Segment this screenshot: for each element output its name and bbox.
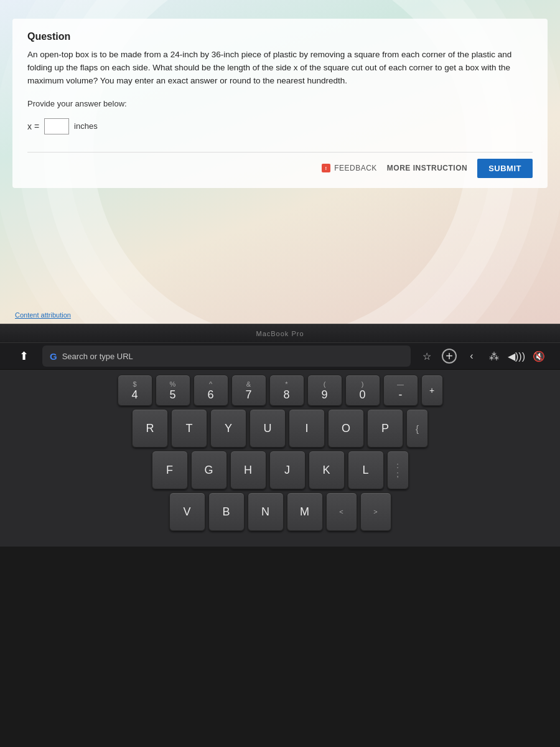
key-u-label: U [264,422,272,435]
key-b[interactable]: B [208,492,245,531]
tb-plus-button[interactable]: + [438,345,460,367]
key-0-letter: 0 [359,389,365,400]
key-b-label: B [222,505,230,519]
key-j[interactable]: J [269,451,306,489]
mute-icon: 🔇 [533,350,545,362]
key-less-than[interactable]: < [326,492,357,531]
question-title: Question [27,31,533,42]
key-8[interactable]: * 8 [269,375,304,406]
tb-back-button[interactable]: ⬆ [10,345,37,367]
key-minus-symbol: — [397,381,404,388]
key-plus-symbol: + [429,385,434,395]
key-gt-symbol: > [373,509,377,515]
key-greater-than[interactable]: > [360,492,391,531]
answer-input[interactable] [44,118,69,134]
key-y-label: Y [225,422,232,435]
key-o[interactable]: O [328,409,364,448]
key-open-bracket[interactable]: { [406,409,428,448]
key-k[interactable]: K [309,451,345,489]
key-r[interactable]: R [132,409,168,448]
key-o-label: O [342,422,350,435]
key-p-label: P [381,422,389,435]
feedback-icon: ! [322,164,330,172]
volume-icon: ◀))) [508,350,525,362]
key-f[interactable]: F [152,451,188,489]
key-m[interactable]: M [287,492,323,531]
key-h-label: H [244,464,252,477]
key-j-label: J [284,464,290,477]
key-4-symbol: $ [133,381,136,388]
key-g[interactable]: G [191,451,227,489]
key-4[interactable]: $ 4 [118,375,152,406]
submit-button[interactable]: SUBMIT [477,159,533,178]
content-attribution[interactable]: Content attribution [15,311,71,319]
feedback-button[interactable]: ! FEEDBACK [322,164,377,172]
key-f-label: F [166,464,173,477]
key-n-label: N [261,505,269,519]
zxcv-row: V B N M < > [6,492,554,531]
google-g-icon: G [50,351,57,362]
key-i[interactable]: I [289,409,325,448]
tb-mute-button[interactable]: 🔇 [528,345,550,367]
key-l-label: L [362,464,368,477]
key-minus[interactable]: — - [383,375,418,406]
key-0-symbol: ) [362,381,364,388]
key-colon[interactable]: : ; [387,451,409,489]
key-lt-symbol: < [339,509,343,515]
key-k-label: K [322,464,330,477]
key-8-symbol: * [285,381,287,388]
key-9-letter: 9 [321,389,327,400]
key-h[interactable]: H [230,451,266,489]
key-5-letter: 5 [169,389,175,400]
key-m-label: M [300,505,309,519]
key-v-label: V [183,505,190,519]
key-6[interactable]: ^ 6 [194,375,228,406]
plus-icon: + [442,349,457,364]
star-icon: ☆ [422,350,431,362]
key-7-symbol: & [246,381,251,388]
tb-back-nav-button[interactable]: ‹ [460,345,483,367]
variable-label: x = [27,121,39,131]
key-y[interactable]: Y [210,409,246,448]
key-v[interactable]: V [169,492,205,531]
key-7-letter: 7 [245,389,251,400]
unit-label: inches [74,121,98,131]
touch-bar: ⬆ G Search or type URL ☆ + ‹ ⁂ ◀))) 🔇 [0,342,560,370]
key-bracket-symbol: { [416,424,419,433]
macbook-bezel: MacBook Pro [0,324,560,342]
key-r-label: R [146,422,154,435]
key-p[interactable]: P [367,409,403,448]
key-u[interactable]: U [250,409,286,448]
submit-label: SUBMIT [488,164,521,173]
key-8-letter: 8 [283,389,289,400]
key-t[interactable]: T [171,409,207,448]
screen-area: Question An open-top box is to be made f… [0,0,560,324]
key-plus[interactable]: + [421,375,443,406]
svg-text:!: ! [325,166,327,171]
question-body: An open-top box is to be made from a 24-… [27,49,533,88]
key-i-label: I [305,422,308,435]
key-7[interactable]: & 7 [231,375,266,406]
key-minus-letter: - [399,389,403,400]
key-l[interactable]: L [348,451,384,489]
key-n[interactable]: N [248,492,284,531]
key-t-label: T [186,422,193,435]
tb-volume-button[interactable]: ◀))) [505,345,528,367]
key-5[interactable]: % 5 [156,375,190,406]
gear-icon: ⁂ [489,350,499,362]
tb-settings-button[interactable]: ⁂ [483,345,505,367]
key-9[interactable]: ( 9 [307,375,342,406]
key-9-symbol: ( [324,381,326,388]
bottom-bar: ! FEEDBACK MORE INSTRUCTION SUBMIT [27,152,533,178]
share-icon: ⬆ [19,349,29,363]
tb-search-bar[interactable]: G Search or type URL [42,345,411,367]
keyboard: $ 4 % 5 ^ 6 & 7 * 8 ( 9 ) 0 — - [0,370,560,547]
attribution-label: Content attribution [15,311,71,319]
key-0[interactable]: ) 0 [345,375,380,406]
key-6-symbol: ^ [209,381,212,388]
question-card: Question An open-top box is to be made f… [12,19,548,188]
question-text: An open-top box is to be made from a 24-… [27,50,511,85]
more-instruction-label: MORE INSTRUCTION [387,164,467,172]
tb-star-button[interactable]: ☆ [416,345,438,367]
more-instruction-button[interactable]: MORE INSTRUCTION [387,164,467,172]
